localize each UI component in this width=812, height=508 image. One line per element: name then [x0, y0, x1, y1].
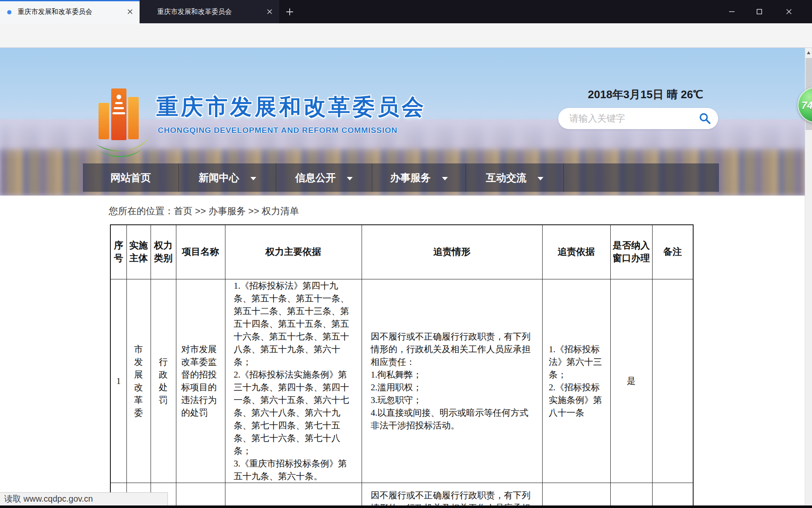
- window-minimize-button[interactable]: [721, 0, 742, 23]
- site-search-input[interactable]: [569, 110, 692, 127]
- nav-item-interaction[interactable]: 互动交流: [466, 163, 564, 192]
- cell-liability-basis: [542, 483, 610, 508]
- cell-remark: [652, 279, 693, 483]
- breadcrumb: 您所在的位置：首页 >> 办事服务 >> 权力清单: [109, 205, 299, 218]
- chevron-down-icon: [250, 177, 256, 180]
- col-header-project: 项目名称: [176, 225, 225, 279]
- nav-item-services[interactable]: 办事服务: [372, 163, 466, 192]
- col-header-liability: 追责情形: [362, 225, 542, 279]
- search-icon[interactable]: [699, 112, 711, 125]
- main-nav: 网站首页 新闻中心 信息公开 办事服务 互动交流: [83, 163, 719, 192]
- cell-liability: 因不履行或不正确履行行政职责，有下列 情形的，行政机关及相关工作人员应承担 相应…: [362, 279, 542, 483]
- tab-1-title: 重庆市发展和改革委员会: [18, 0, 119, 23]
- chevron-down-icon: [442, 177, 448, 180]
- nav-label: 信息公开: [295, 171, 336, 185]
- nav-label: 办事服务: [390, 171, 431, 185]
- col-header-category: 权力类别: [151, 225, 176, 279]
- window-close-button[interactable]: [778, 0, 799, 23]
- cell-liability-basis: 1.《招标投标 法》第六十三 条； 2.《招标投标 实施条例》第 八十一条: [542, 279, 610, 483]
- window-maximize-button[interactable]: [749, 0, 770, 23]
- new-tab-button[interactable]: [284, 6, 295, 17]
- nav-label: 互动交流: [486, 171, 527, 185]
- col-header-remark: 备注: [652, 225, 693, 279]
- site-logo[interactable]: [95, 81, 150, 159]
- browser-window: 重庆市发展和改革委员会 重庆市发展和改革委员会: [0, 0, 812, 508]
- table-row: 因不履行或不正确履行行政职责，有下列 情形的，行政机关及相关工作人员应承担: [110, 483, 693, 508]
- nav-item-home[interactable]: 网站首页: [83, 163, 179, 192]
- nav-item-info-disclosure[interactable]: 信息公开: [276, 163, 372, 192]
- tab-bar: 重庆市发展和改革委员会 重庆市发展和改革委员会: [0, 0, 812, 23]
- site-title-english: CHONGQING DEVELOPMENT AND REFORM COMMISS…: [158, 126, 398, 135]
- favicon-dot-icon: [7, 10, 11, 14]
- cell-basis: 1.《招标投标法》第四十九 条、第五十条、第五十一条、 第五十二条、第五十三条、…: [225, 279, 362, 483]
- col-header-basis: 权力主要依据: [225, 225, 362, 279]
- site-title: 重庆市发展和改革委员会: [156, 92, 426, 122]
- cell-remark: [652, 483, 693, 508]
- col-header-liability-basis: 追责依据: [542, 225, 610, 279]
- tab-2-title: 重庆市发展和改革委员会: [157, 0, 259, 23]
- col-header-index: 序号: [110, 225, 126, 279]
- chevron-down-icon: [538, 177, 543, 180]
- bottom-edge: [0, 505, 812, 508]
- scroll-up-icon[interactable]: [807, 51, 810, 54]
- status-bar: 读取 www.cqdpc.gov.cn: [0, 492, 168, 505]
- cell-liability: 因不履行或不正确履行行政职责，有下列 情形的，行政机关及相关工作人员应承担: [362, 483, 542, 508]
- aqi-value: 74: [801, 99, 812, 111]
- col-header-subject: 实施主体: [126, 225, 151, 279]
- date-weather: 2018年3月15日 晴 26℃: [588, 87, 703, 102]
- close-tab-icon[interactable]: [266, 8, 273, 15]
- close-tab-icon[interactable]: [126, 8, 134, 15]
- table-row: 1 市发展改革委 行政处罚 对市发展改革委监督的招投标项目的违法行为的处罚 1.…: [110, 279, 693, 483]
- tab-2[interactable]: 重庆市发展和改革委员会: [140, 0, 279, 23]
- nav-filler: [564, 163, 719, 192]
- cell-index: 1: [110, 279, 126, 483]
- nav-label: 网站首页: [110, 171, 151, 185]
- nav-label: 新闻中心: [199, 171, 239, 185]
- power-list-table: 序号 实施主体 权力类别 项目名称 权力主要依据 追责情形 追责依据 是否纳入 …: [110, 224, 694, 508]
- cell-project: 对市发展改革委监督的招投标项目的违法行为的处罚: [176, 279, 225, 483]
- cell-basis: [225, 483, 362, 508]
- cell-subject: 市发展改革委: [126, 279, 151, 483]
- cell-project: [176, 483, 225, 508]
- col-header-window: 是否纳入 窗口办理: [610, 225, 652, 279]
- table-header-row: 序号 实施主体 权力类别 项目名称 权力主要依据 追责情形 追责依据 是否纳入 …: [110, 225, 693, 279]
- tab-1[interactable]: 重庆市发展和改革委员会: [0, 0, 140, 23]
- browser-toolbar: www.cqdpc.gov.cn/bsfw/qlqd/: [0, 23, 812, 48]
- chevron-down-icon: [347, 177, 353, 180]
- site-search-box[interactable]: [558, 108, 718, 129]
- cell-window: 是: [610, 279, 652, 483]
- active-tab-accent: [0, 0, 140, 1]
- cell-window: [610, 483, 652, 508]
- nav-item-news[interactable]: 新闻中心: [179, 163, 276, 192]
- cell-category: 行政处罚: [151, 279, 176, 483]
